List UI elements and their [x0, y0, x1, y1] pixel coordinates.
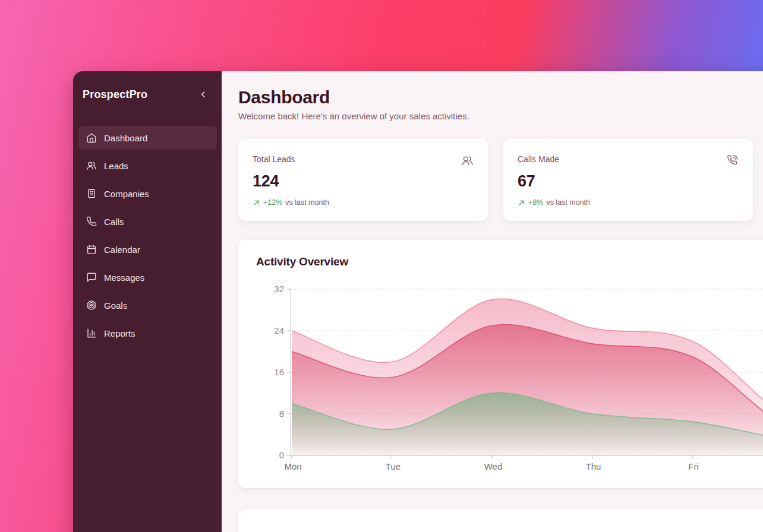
page-title: Dashboard [238, 88, 763, 107]
brand-logo-text: ProspectPro [83, 88, 147, 101]
stat-label: Total Leads [253, 154, 295, 164]
sidebar-collapse-button[interactable] [196, 87, 211, 102]
stats-row: Total Leads124+12%vs last monthCalls Mad… [238, 139, 763, 221]
calendar-icon [86, 244, 97, 255]
svg-text:Fri: Fri [688, 461, 699, 471]
svg-text:8: 8 [279, 408, 284, 419]
svg-text:Tue: Tue [386, 461, 401, 471]
sidebar-item-label: Messages [104, 273, 144, 283]
sidebar-item-label: Calendar [104, 245, 140, 255]
target-icon [86, 300, 97, 311]
message-square-icon [86, 272, 97, 283]
sidebar: ProspectPro DashboardLeadsCompaniesCalls… [73, 71, 222, 532]
home-icon [86, 132, 97, 143]
svg-text:24: 24 [274, 325, 284, 335]
svg-text:16: 16 [274, 367, 284, 377]
arrow-up-right-icon [518, 199, 525, 207]
stat-trend: +8%vs last month [518, 198, 739, 207]
stat-card-header: Calls Made [518, 154, 739, 167]
chart-title: Activity Overview [256, 255, 763, 268]
phone-icon [86, 216, 97, 227]
sidebar-nav: DashboardLeadsCompaniesCallsCalendarMess… [78, 126, 217, 345]
sidebar-item-label: Goals [104, 300, 127, 311]
arrow-up-right-icon [253, 199, 260, 207]
stat-card-header: Total Leads [253, 154, 474, 167]
sidebar-item-messages[interactable]: Messages [78, 265, 217, 289]
bar-chart-icon [86, 328, 97, 338]
sidebar-item-calls[interactable]: Calls [78, 210, 217, 233]
users-icon [461, 154, 474, 167]
building-icon [86, 188, 97, 199]
trend-percent: +8% [528, 198, 543, 207]
app-window: ProspectPro DashboardLeadsCompaniesCalls… [73, 71, 763, 532]
stat-card-calls-made: Calls Made67+8%vs last month [503, 139, 753, 221]
sidebar-item-label: Reports [104, 328, 135, 338]
trend-suffix: vs last month [285, 198, 329, 207]
svg-text:Mon: Mon [284, 461, 301, 471]
sidebar-item-calendar[interactable]: Calendar [78, 238, 217, 261]
svg-text:Thu: Thu [586, 461, 601, 471]
sidebar-item-label: Calls [104, 217, 124, 227]
stat-value: 124 [253, 172, 474, 191]
page-subtitle: Welcome back! Here's an overview of your… [238, 111, 763, 121]
svg-text:32: 32 [274, 284, 284, 294]
sidebar-item-label: Companies [104, 189, 149, 199]
svg-text:0: 0 [279, 450, 284, 460]
desktop-background: { "sidebar": { "brand": "ProspectPro", "… [0, 0, 763, 532]
activity-chart[interactable]: 08162432MonTueWedThuFriSatSun [256, 279, 763, 477]
main-content: Dashboard Welcome back! Here's an overvi… [222, 71, 763, 532]
sidebar-header: ProspectPro [78, 71, 217, 108]
phone-call-icon [726, 154, 739, 167]
next-section-card [238, 509, 763, 532]
stat-trend: +12%vs last month [253, 198, 474, 207]
users-icon [86, 160, 97, 171]
stat-label: Calls Made [518, 154, 559, 164]
sidebar-item-reports[interactable]: Reports [78, 321, 217, 345]
svg-text:Wed: Wed [484, 461, 503, 471]
chevron-left-icon [198, 90, 208, 99]
sidebar-item-label: Leads [104, 161, 128, 171]
sidebar-item-label: Dashboard [104, 133, 147, 143]
stat-card-total-leads: Total Leads124+12%vs last month [238, 139, 488, 221]
trend-percent: +12% [263, 198, 282, 207]
sidebar-item-goals[interactable]: Goals [78, 293, 217, 317]
trend-suffix: vs last month [546, 198, 590, 207]
stat-value: 67 [518, 172, 739, 191]
sidebar-item-dashboard[interactable]: Dashboard [78, 126, 217, 150]
activity-overview-card: Activity Overview 08162432MonTueWedThuFr… [238, 240, 763, 488]
sidebar-item-leads[interactable]: Leads [78, 154, 217, 178]
sidebar-item-companies[interactable]: Companies [78, 182, 217, 205]
